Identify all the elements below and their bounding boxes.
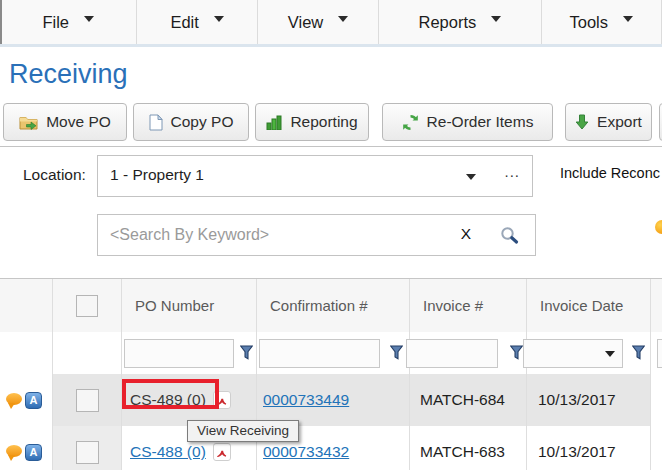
menu-file-label: File — [42, 13, 69, 32]
select-all-checkbox[interactable] — [76, 295, 98, 317]
row2-icons-cell: A — [0, 426, 53, 470]
approval-a-icon[interactable]: A — [25, 444, 42, 461]
invoice-number: MATCH-684 — [420, 391, 505, 409]
row2-date-cell: 10/13/2017 — [527, 426, 651, 470]
chevron-down-icon — [491, 16, 501, 22]
filter-funnel-icon[interactable] — [510, 345, 523, 360]
include-reconciled-label: Include Reconc — [560, 165, 662, 181]
search-box: X — [97, 214, 536, 256]
header-icons-column — [0, 279, 53, 332]
confirmation-filter-input[interactable] — [259, 339, 380, 368]
edge-clipped-icon — [655, 220, 662, 234]
menu-tools[interactable]: Tools — [542, 0, 662, 44]
table-row[interactable]: A CS-488 (0) 0000733432 MATCH-683 10/13/… — [0, 426, 662, 470]
location-browse-button[interactable]: ... — [504, 163, 520, 180]
row1-clipped-cell — [651, 374, 662, 426]
reporting-button[interactable]: Reporting — [255, 103, 369, 141]
move-po-button[interactable]: Move PO — [3, 103, 127, 141]
row1-confirmation-cell: 0000733449 — [257, 374, 410, 426]
confirmation-link[interactable]: 0000733432 — [263, 443, 349, 461]
row-checkbox[interactable] — [76, 441, 99, 464]
export-button[interactable]: Export — [565, 103, 652, 141]
filter-select-cell — [53, 332, 122, 374]
header-clipped-column — [651, 279, 662, 332]
copy-po-icon — [149, 114, 163, 131]
menu-edit[interactable]: Edit — [137, 0, 257, 44]
confirmation-link[interactable]: 0000733449 — [263, 391, 349, 409]
po-number-link[interactable]: CS-488 (0) — [130, 443, 206, 461]
receiving-window: File Edit View Reports Tools Receiving M… — [0, 0, 662, 470]
menu-tools-label: Tools — [570, 13, 609, 32]
reorder-items-button[interactable]: Re-Order Items — [382, 103, 553, 141]
invoice-date: 10/13/2017 — [538, 391, 616, 409]
filter-funnel-icon[interactable] — [632, 345, 645, 360]
search-icon[interactable] — [500, 226, 519, 245]
clipped-filter-input[interactable] — [657, 339, 662, 368]
export-icon — [575, 114, 589, 130]
date-filter-caret-icon[interactable] — [605, 351, 615, 357]
table-row[interactable]: A CS-489 (0) 0000733449 MATCH-684 10/13/… — [0, 374, 662, 427]
reporting-icon — [266, 115, 282, 130]
menu-reports[interactable]: Reports — [379, 0, 541, 44]
header-confirmation[interactable]: Confirmation # — [257, 279, 410, 332]
filter-icons-cell — [0, 332, 53, 374]
copy-po-label: Copy PO — [171, 113, 234, 131]
chevron-down-icon — [84, 16, 94, 22]
invoice-date: 10/13/2017 — [538, 443, 616, 461]
menu-view[interactable]: View — [258, 0, 379, 44]
receiving-grid: PO Number Confirmation # Invoice # Invoi… — [0, 278, 662, 470]
location-value: 1 - Property 1 — [110, 166, 204, 184]
row-checkbox[interactable] — [76, 389, 99, 412]
comment-bubble-icon[interactable] — [6, 445, 22, 457]
filter-funnel-icon[interactable] — [390, 345, 403, 360]
menu-file[interactable]: File — [0, 0, 137, 44]
reorder-items-label: Re-Order Items — [427, 113, 534, 131]
pdf-icon[interactable] — [213, 443, 231, 461]
page-title: Receiving — [9, 59, 128, 90]
move-po-label: Move PO — [46, 113, 111, 131]
tooltip: View Receiving — [187, 420, 299, 442]
row1-select-cell — [53, 374, 122, 426]
row2-select-cell — [53, 426, 122, 470]
grid-filter-row — [0, 332, 662, 375]
menu-view-label: View — [288, 13, 323, 32]
menu-reports-label: Reports — [419, 13, 477, 32]
dropdown-caret-icon — [466, 174, 476, 180]
row1-invoice-cell: MATCH-684 — [410, 374, 527, 426]
grid-header-row: PO Number Confirmation # Invoice # Invoi… — [0, 279, 662, 333]
reporting-label: Reporting — [290, 113, 357, 131]
header-invoice-date[interactable]: Invoice Date — [527, 279, 651, 332]
row2-invoice-cell: MATCH-683 — [410, 426, 527, 470]
row2-clipped-cell — [651, 426, 662, 470]
comment-bubble-icon[interactable] — [6, 393, 22, 405]
move-po-icon — [19, 115, 38, 130]
menu-bar: File Edit View Reports Tools — [0, 0, 662, 47]
section-divider — [0, 146, 662, 147]
row1-date-cell: 10/13/2017 — [527, 374, 651, 426]
row1-po-cell: CS-489 (0) — [122, 374, 257, 426]
filter-funnel-icon[interactable] — [240, 345, 253, 360]
header-select-column — [53, 279, 122, 332]
po-number-link[interactable]: CS-489 (0) — [130, 391, 206, 409]
chevron-down-icon — [623, 16, 633, 22]
search-clear-button[interactable]: X — [461, 225, 471, 243]
copy-po-button[interactable]: Copy PO — [133, 103, 249, 141]
chevron-down-icon — [338, 16, 348, 22]
invoice-filter-input[interactable] — [406, 339, 498, 368]
reorder-items-icon — [402, 114, 419, 131]
po-filter-input[interactable] — [124, 339, 234, 368]
location-dropdown[interactable]: 1 - Property 1 ... — [97, 155, 533, 197]
invoice-number: MATCH-683 — [420, 443, 505, 461]
header-invoice[interactable]: Invoice # — [410, 279, 527, 332]
menu-edit-label: Edit — [170, 13, 198, 32]
row1-icons-cell: A — [0, 374, 53, 426]
search-input[interactable] — [98, 215, 440, 255]
approval-a-icon[interactable]: A — [25, 392, 42, 409]
pdf-icon[interactable] — [213, 391, 231, 409]
header-po-number[interactable]: PO Number — [122, 279, 257, 332]
chevron-down-icon — [214, 16, 224, 22]
export-label: Export — [597, 113, 642, 131]
location-label: Location: — [23, 166, 86, 184]
